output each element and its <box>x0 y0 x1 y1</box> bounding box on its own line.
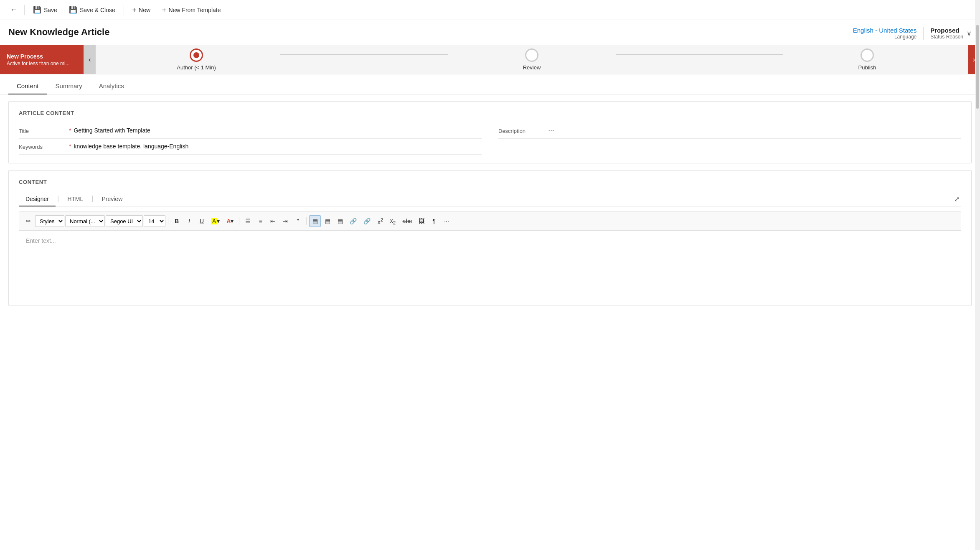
styles-select[interactable]: Styles <box>35 215 64 227</box>
toolbar-separator-2 <box>124 5 124 15</box>
language-section: English - United States Language <box>853 27 917 40</box>
link-button[interactable]: 🔗 <box>347 215 360 227</box>
process-step-author[interactable]: Author (< 1 Min) <box>112 48 280 71</box>
size-select[interactable]: 14 <box>144 215 165 227</box>
toolbar-separator-1 <box>24 5 25 15</box>
process-steps: Author (< 1 Min) Review Publish <box>96 45 967 74</box>
new-from-template-button[interactable]: + New From Template <box>157 4 226 16</box>
new-icon: + <box>132 6 136 14</box>
superscript-button[interactable]: x2 <box>374 215 386 227</box>
status-value: Proposed <box>930 27 959 34</box>
bold-icon: B <box>175 218 179 224</box>
language-link[interactable]: English - United States <box>853 27 917 34</box>
process-step-review[interactable]: Review <box>448 48 615 71</box>
fields-left: Title * Getting Started with Template Ke… <box>19 123 482 155</box>
align-right-button[interactable]: ▤ <box>322 215 333 227</box>
content-editor-card: CONTENT Designer | HTML | Preview ⤢ ✏ St… <box>8 170 972 306</box>
tab-analytics[interactable]: Analytics <box>91 78 132 94</box>
editor-body[interactable]: Enter text... <box>19 230 961 297</box>
quote-button[interactable]: " <box>292 215 304 227</box>
brush-icon: ✏ <box>26 218 31 224</box>
unlink-icon: 🔗 <box>363 218 371 224</box>
font-color-button[interactable]: A▾ <box>223 215 236 227</box>
status-text: Proposed Status Reason <box>930 27 963 40</box>
save-button[interactable]: 💾 Save <box>28 3 62 16</box>
title-required: * <box>69 127 71 134</box>
outdent-button[interactable]: ⇤ <box>267 215 279 227</box>
superscript-icon: x2 <box>378 217 383 225</box>
strikethrough-icon: abc <box>402 218 412 224</box>
unlink-button[interactable]: 🔗 <box>361 215 373 227</box>
editor-tab-designer-label: Designer <box>25 196 49 202</box>
italic-icon: I <box>188 218 190 224</box>
scrollbar-thumb[interactable] <box>976 25 979 109</box>
editor-tab-html-label: HTML <box>67 196 83 202</box>
article-section-title: ARTICLE CONTENT <box>19 110 961 116</box>
chevron-left-icon: ‹ <box>89 56 91 64</box>
tab-content-label: Content <box>17 82 39 89</box>
tb-sep-1 <box>168 217 168 225</box>
back-icon: ← <box>10 5 18 14</box>
align-left-icon: ☰ <box>245 218 251 224</box>
content-area: ARTICLE CONTENT Title * Getting Started … <box>0 94 980 313</box>
expand-icon[interactable]: ⤢ <box>952 194 961 205</box>
save-close-label: Save & Close <box>80 7 115 13</box>
subscript-icon: x2 <box>390 217 396 225</box>
editor-placeholder: Enter text... <box>26 237 56 244</box>
new-template-label: New From Template <box>168 7 221 13</box>
font-select[interactable]: Segoe UI <box>106 215 143 227</box>
align-center-button[interactable]: ▤ <box>309 215 321 227</box>
more-button[interactable]: ··· <box>441 215 452 227</box>
tab-summary-label: Summary <box>56 82 82 89</box>
status-section: Proposed Status Reason ∨ <box>923 27 972 40</box>
step-circle-review <box>525 48 538 62</box>
status-chevron-icon[interactable]: ∨ <box>967 29 972 37</box>
process-label[interactable]: New Process Active for less than one mi.… <box>0 45 84 74</box>
save-close-icon: 💾 <box>69 6 77 14</box>
process-nav-left-button[interactable]: ‹ <box>84 45 96 74</box>
align-justify-button[interactable]: ▤ <box>334 215 346 227</box>
bold-button[interactable]: B <box>171 215 183 227</box>
list-ul-button[interactable]: ≡ <box>254 215 266 227</box>
tab-content[interactable]: Content <box>8 78 47 94</box>
align-left-button[interactable]: ☰ <box>242 215 254 227</box>
description-label: Description <box>498 127 548 134</box>
description-value[interactable]: --- <box>548 127 961 134</box>
subscript-button[interactable]: x2 <box>387 215 399 227</box>
italic-button[interactable]: I <box>183 215 195 227</box>
back-button[interactable]: ← <box>7 3 21 17</box>
indent-button[interactable]: ⇥ <box>279 215 291 227</box>
more-icon: ··· <box>444 218 449 224</box>
special-char-button[interactable]: ¶ <box>428 215 440 227</box>
special-char-icon: ¶ <box>432 218 436 224</box>
tab-summary[interactable]: Summary <box>47 78 91 94</box>
save-close-button[interactable]: 💾 Save & Close <box>64 3 120 16</box>
article-content-card: ARTICLE CONTENT Title * Getting Started … <box>8 101 972 163</box>
keywords-value[interactable]: knowledge base template, language-Englis… <box>74 143 482 150</box>
title-value[interactable]: Getting Started with Template <box>74 127 482 134</box>
title-field-row: Title * Getting Started with Template <box>19 123 482 139</box>
strikethrough-button[interactable]: abc <box>399 215 415 227</box>
process-connector-2 <box>616 54 783 55</box>
keywords-field-row: Keywords * knowledge base template, lang… <box>19 139 482 155</box>
editor-tabs: Designer | HTML | Preview ⤢ <box>19 192 961 206</box>
editor-tab-preview[interactable]: Preview <box>95 192 129 206</box>
step-circle-publish <box>861 48 874 62</box>
page-scrollbar[interactable] <box>975 0 980 313</box>
title-label: Title <box>19 127 69 134</box>
underline-icon: U <box>200 218 204 224</box>
brush-button[interactable]: ✏ <box>23 215 34 227</box>
keywords-required: * <box>69 143 71 150</box>
editor-tab-html[interactable]: HTML <box>61 192 90 206</box>
step-circle-author <box>190 48 203 62</box>
new-button[interactable]: + New <box>127 4 155 16</box>
process-connector-1 <box>280 54 448 55</box>
format-select[interactable]: Normal (... <box>65 215 105 227</box>
process-step-publish[interactable]: Publish <box>783 48 951 71</box>
editor-tab-designer[interactable]: Designer <box>19 192 56 206</box>
highlight-button[interactable]: A▾ <box>208 215 223 227</box>
image-button[interactable]: 🖼 <box>416 215 427 227</box>
image-icon: 🖼 <box>419 218 424 224</box>
underline-button[interactable]: U <box>196 215 208 227</box>
highlight-icon: A <box>211 218 217 224</box>
